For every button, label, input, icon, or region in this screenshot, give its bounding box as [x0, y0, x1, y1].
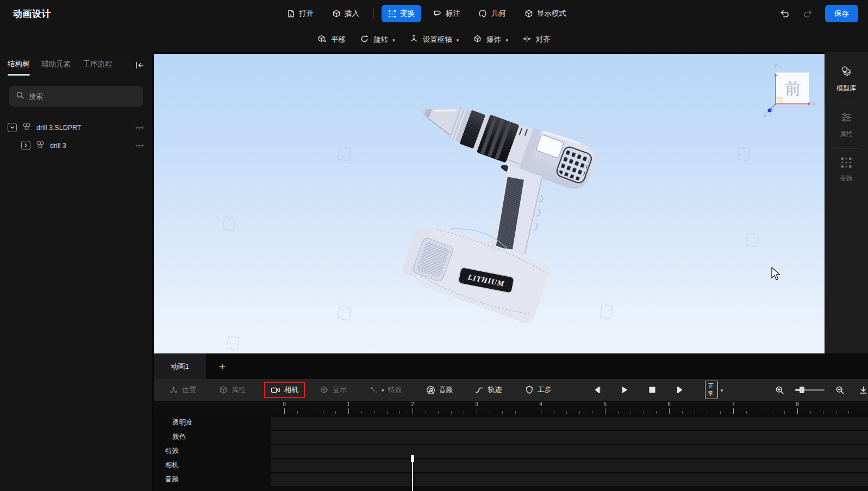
eye-closed-icon[interactable] — [135, 142, 145, 149]
track-label[interactable]: 相机 — [154, 458, 271, 472]
assembly-icon — [35, 140, 45, 151]
rotate-button[interactable]: 旋转 — [360, 34, 395, 45]
export-download-icon[interactable] — [859, 386, 868, 395]
playback-speed-select[interactable]: 正常 — [705, 381, 723, 399]
shield-icon — [525, 386, 534, 394]
set-pivot-button[interactable]: 设置枢轴 — [409, 34, 459, 45]
pan-cube-icon — [317, 34, 327, 45]
ruler-tick — [554, 411, 554, 414]
display-mode-button[interactable]: 显示模式 — [518, 5, 573, 22]
ruler-tick — [592, 411, 592, 414]
transform-button[interactable]: 变换 — [382, 5, 421, 22]
arc-icon — [479, 9, 488, 18]
save-button[interactable]: 保存 — [825, 5, 858, 22]
gizmo-axis-z: Z — [764, 111, 767, 118]
structure-tree: drill 3.SLDPRT drill 3 — [0, 119, 152, 154]
tab-process-flow[interactable]: 工序流程 — [83, 59, 113, 71]
ruler-tick — [374, 411, 374, 414]
rail-item-properties[interactable]: 属性 — [825, 105, 868, 146]
ruler-tick — [708, 411, 708, 414]
search-input[interactable] — [29, 92, 136, 101]
zoom-in-icon[interactable] — [775, 386, 784, 395]
rail-item-model-library[interactable]: 模型库 — [825, 60, 868, 101]
prev-frame-button[interactable] — [593, 386, 602, 394]
ruler-tick — [387, 411, 388, 414]
track-strip[interactable] — [271, 430, 868, 444]
add-animation-tab-button[interactable]: + — [206, 353, 239, 379]
rotate-icon — [360, 34, 369, 45]
tree-item-child[interactable]: drill 3 — [0, 136, 152, 154]
cube-icon — [219, 386, 228, 394]
zoom-out-icon[interactable] — [835, 386, 845, 395]
ruler-tick — [490, 411, 490, 414]
gizmo-axis-y: Y — [774, 63, 778, 69]
rail-item-transform[interactable]: 变换 — [825, 151, 868, 191]
display-track-button[interactable]: 显示 — [320, 385, 347, 395]
insert-button[interactable]: 插入 — [326, 5, 366, 22]
ruler-tick — [720, 411, 721, 414]
stop-button[interactable] — [648, 386, 656, 394]
animation-tab[interactable]: 动画1 — [154, 353, 206, 379]
track-strip[interactable] — [271, 472, 868, 486]
ruler-tick — [695, 411, 695, 414]
ruler-tick — [361, 411, 362, 414]
properties-track-button[interactable]: 属性 — [219, 385, 246, 395]
ruler-tick — [399, 411, 400, 414]
chevron-down-icon — [721, 388, 723, 393]
timeline-ruler: 012345678 — [154, 401, 868, 415]
ruler-tick — [733, 408, 734, 414]
work-step-button[interactable]: 工步 — [525, 385, 552, 395]
move-axes-icon — [169, 386, 178, 395]
geometry-button[interactable]: 几何 — [472, 5, 513, 22]
ruler-tick — [836, 411, 836, 414]
view-cube-gizmo[interactable]: 前 Y X Z — [755, 60, 816, 121]
audio-button[interactable]: 音频 — [426, 385, 453, 395]
trajectory-button[interactable]: 轨迹 — [475, 385, 502, 395]
chevron-right-icon[interactable] — [21, 141, 30, 150]
track-row-opacity: 透明度 — [154, 415, 868, 430]
play-button[interactable] — [620, 386, 629, 394]
track-label[interactable]: 特效 — [154, 444, 271, 458]
track-label[interactable]: 音频 — [154, 472, 271, 486]
playhead[interactable] — [412, 455, 413, 491]
track-label[interactable]: 颜色 — [154, 430, 271, 444]
track-strip[interactable] — [271, 444, 868, 458]
display-cube-icon — [320, 386, 329, 394]
explode-button[interactable]: 爆炸 — [473, 34, 508, 45]
timeline-tabbar: 动画1 + — [154, 353, 868, 379]
left-panel-tabs: 结构树 辅助元素 工序流程 — [0, 52, 152, 78]
chevron-down-icon[interactable] — [8, 123, 17, 132]
next-frame-button[interactable] — [676, 386, 684, 394]
camera-track-button[interactable]: 相机 — [264, 382, 305, 398]
align-button[interactable]: 对齐 — [522, 34, 551, 45]
ruler-tick — [579, 411, 580, 414]
track-row-camera: 相机 — [154, 458, 868, 472]
track-strip[interactable] — [271, 458, 868, 472]
search-box[interactable] — [9, 86, 143, 107]
redo-icon[interactable] — [802, 8, 813, 19]
tab-structure-tree[interactable]: 结构树 — [8, 59, 30, 71]
track-strip[interactable] — [271, 415, 868, 430]
mouse-cursor — [771, 267, 782, 281]
timeline-body: 012345678 透明度 颜色 特效 相机 音频 — [154, 401, 868, 491]
ruler-tick — [502, 411, 503, 414]
tab-auxiliary-elements[interactable]: 辅助元素 — [42, 59, 71, 71]
timeline-zoom-slider[interactable] — [795, 389, 825, 391]
timeline-panel: 动画1 + 位置 属性 相机 — [154, 353, 868, 491]
tree-item-root[interactable]: drill 3.SLDPRT — [0, 119, 152, 136]
open-button[interactable]: 打开 — [280, 5, 320, 22]
track-label[interactable]: 透明度 — [154, 415, 271, 430]
ruler-scale[interactable]: 012345678 — [271, 401, 868, 415]
drill-model[interactable]: LITHIUM — [154, 54, 825, 353]
display-cube-icon — [524, 9, 533, 18]
viewport-3d[interactable]: LITHIUM 前 Y X Z — [154, 54, 825, 353]
edit-toolbar: 平移 旋转 设置枢轴 爆炸 对齐 — [0, 27, 868, 52]
pan-button[interactable]: 平移 — [317, 34, 346, 45]
collapse-panel-icon[interactable] — [135, 61, 145, 70]
effects-track-button[interactable]: 特效 — [370, 385, 402, 395]
undo-icon[interactable] — [779, 8, 790, 19]
slider-handle[interactable] — [800, 387, 804, 393]
eye-closed-icon[interactable] — [135, 125, 145, 131]
position-track-button[interactable]: 位置 — [169, 385, 196, 395]
annotate-button[interactable]: 标注 — [427, 5, 467, 22]
